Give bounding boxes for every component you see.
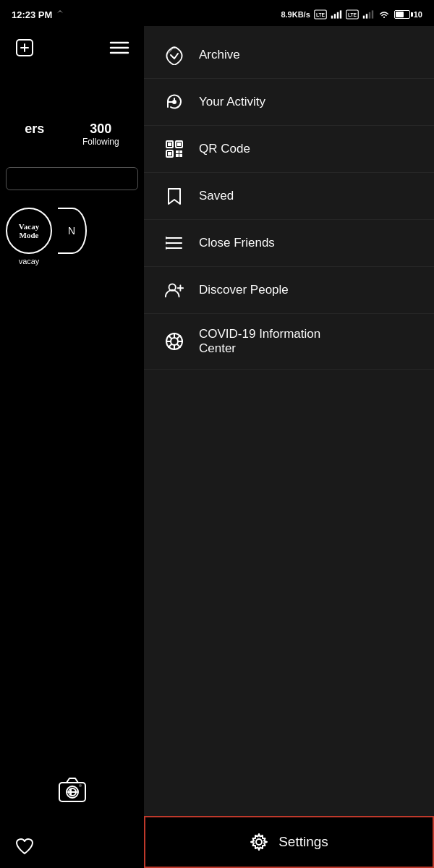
bottom-nav-left: [0, 825, 144, 868]
wifi-icon: [378, 9, 391, 20]
svg-rect-8: [363, 16, 365, 19]
menu-item-discover-people[interactable]: Discover People: [144, 267, 434, 314]
covid-icon: [164, 331, 184, 352]
qr-icon: [164, 139, 184, 159]
status-left: 12:23 PM: [12, 9, 65, 20]
lte-icon: LTE: [314, 9, 327, 20]
status-right: 8.9KB/s LTE LTE: [281, 9, 422, 20]
svg-rect-32: [176, 150, 179, 153]
svg-rect-11: [372, 10, 373, 18]
menu-item-covid-info[interactable]: COVID-19 Information Center: [144, 314, 434, 370]
stats-row: ers 300 Following: [0, 113, 144, 156]
menu-item-qr-code[interactable]: QR Code: [144, 126, 434, 173]
network-speed: 8.9KB/s: [281, 10, 310, 19]
settings-label: Settings: [278, 834, 328, 850]
location-icon: [55, 9, 65, 20]
menu-item-your-activity[interactable]: Your Activity: [144, 79, 434, 126]
settings-icon: [250, 833, 268, 851]
story-avatar-partial[interactable]: N: [58, 208, 87, 254]
signal2-icon: [362, 9, 374, 20]
svg-rect-3: [334, 14, 336, 18]
svg-rect-29: [177, 142, 181, 146]
archive-icon: [164, 45, 184, 65]
left-panel: ers 300 Following VacayMode vacay N: [0, 26, 144, 868]
svg-rect-33: [179, 150, 182, 153]
story-avatar-text: VacayMode: [19, 222, 39, 239]
svg-line-53: [177, 336, 180, 339]
qr-code-label: QR Code: [199, 142, 250, 156]
svg-rect-9: [366, 14, 367, 18]
svg-rect-4: [337, 12, 339, 19]
lte2-icon: LTE: [346, 9, 359, 20]
svg-text:LTE: LTE: [348, 12, 357, 17]
menu-item-close-friends[interactable]: Close Friends: [144, 220, 434, 267]
following-number: 300: [82, 122, 119, 137]
svg-line-51: [169, 336, 171, 339]
following-stat[interactable]: 300 Following: [82, 122, 119, 147]
saved-icon: [164, 186, 184, 206]
archive-label: Archive: [199, 48, 240, 62]
story-row: VacayMode vacay N: [0, 202, 144, 271]
svg-point-55: [256, 839, 262, 845]
svg-rect-31: [168, 152, 171, 156]
activity-icon: [164, 92, 184, 112]
right-menu-panel: Archive Your Activity: [144, 26, 434, 868]
svg-rect-2: [331, 16, 333, 19]
discover-people-label: Discover People: [199, 283, 289, 297]
signal-icon: [331, 9, 342, 20]
person-camera-icon: [55, 773, 90, 807]
hamburger-button[interactable]: [106, 35, 132, 61]
battery-percent: 10: [414, 10, 422, 19]
discover-people-icon: [164, 280, 184, 300]
your-activity-label: Your Activity: [199, 95, 265, 109]
menu-item-saved[interactable]: Saved: [144, 173, 434, 220]
saved-label: Saved: [199, 189, 234, 203]
svg-marker-41: [166, 247, 169, 250]
battery-icon: [394, 10, 410, 19]
menu-item-archive[interactable]: Archive: [144, 32, 434, 79]
svg-marker-40: [166, 242, 169, 244]
covid-info-label: COVID-19 Information: [199, 327, 320, 341]
plus-square-icon: [14, 38, 35, 58]
time-label: 12:23 PM: [12, 9, 52, 20]
svg-rect-34: [176, 154, 179, 157]
svg-rect-35: [179, 154, 182, 157]
heart-icon[interactable]: [14, 836, 35, 856]
svg-rect-27: [168, 142, 171, 146]
svg-rect-10: [369, 12, 370, 19]
close-friends-icon: [164, 233, 184, 253]
svg-line-52: [177, 344, 180, 347]
settings-bar[interactable]: Settings: [144, 816, 434, 868]
camera-icon-area: [55, 773, 90, 810]
new-post-button[interactable]: [12, 35, 38, 61]
menu-icon: [109, 40, 129, 56]
partial-avatar-label: N: [68, 225, 75, 237]
following-label: Following: [82, 137, 119, 147]
svg-line-54: [169, 344, 171, 347]
svg-marker-39: [166, 237, 169, 239]
svg-point-21: [79, 784, 82, 787]
svg-text:LTE: LTE: [316, 12, 326, 17]
status-bar: 12:23 PM 8.9KB/s LTE LTE: [0, 0, 434, 26]
covid-info-label2: Center: [199, 341, 320, 356]
svg-rect-5: [340, 10, 341, 18]
followers-number: ers: [25, 122, 44, 137]
menu-items-list: Archive Your Activity: [144, 32, 434, 370]
story-avatar-vacay[interactable]: VacayMode: [6, 208, 52, 254]
search-bar[interactable]: [6, 167, 138, 190]
followers-stat[interactable]: ers: [25, 122, 44, 147]
close-friends-label: Close Friends: [199, 236, 275, 250]
profile-header: [0, 26, 144, 69]
story-name-vacay: vacay: [19, 257, 40, 265]
